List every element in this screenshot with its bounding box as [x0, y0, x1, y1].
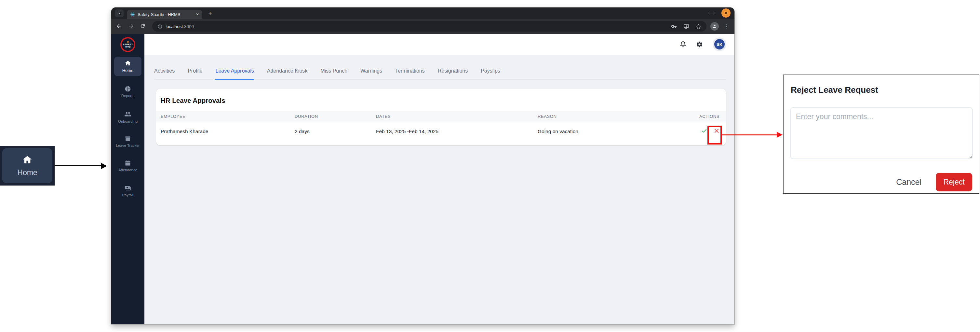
leave-approvals-card: HR Leave Approvals EMPLOYEE DURATION DAT…: [156, 89, 726, 145]
leave-approvals-table: EMPLOYEE DURATION DATES REASON ACTIONS P…: [156, 111, 726, 141]
bell-icon[interactable]: [680, 41, 686, 48]
cell-employee: Prathamesh Kharade: [156, 122, 295, 141]
sidebar-item-leave-tracker[interactable]: Leave Tracker: [111, 136, 145, 147]
browser-toolbar: localhost:3000 ⋮: [111, 19, 735, 34]
password-key-icon[interactable]: [671, 24, 677, 29]
react-favicon-icon: [130, 12, 135, 17]
sidebar-item-label: Reports: [121, 94, 134, 97]
callout-arrow-head: [101, 163, 107, 169]
tab-warnings[interactable]: Warnings: [360, 68, 382, 80]
tab-search-chevron-button[interactable]: [115, 10, 124, 17]
window-minimize-button[interactable]: [709, 13, 714, 13]
window-close-button[interactable]: ✕: [721, 8, 730, 18]
table-row: Prathamesh Kharade 2 days Feb 13, 2025 -…: [156, 122, 726, 141]
column-header-reason: REASON: [538, 111, 690, 122]
tab-terminations[interactable]: Terminations: [395, 68, 425, 80]
site-info-icon[interactable]: [158, 24, 162, 29]
gear-icon[interactable]: [696, 41, 703, 48]
browser-tab[interactable]: Safety Saarthi - HRMS ✕: [127, 10, 202, 19]
sidebar-item-reports[interactable]: Reports: [111, 86, 145, 97]
main-area: SK Activities Profile Leave Approvals At…: [145, 34, 735, 324]
sidebar-item-payroll[interactable]: Payroll: [111, 185, 145, 197]
home-callout: Home: [0, 146, 55, 185]
browser-menu-kebab-icon[interactable]: ⋮: [724, 22, 729, 30]
reject-leave-dialog: Reject Leave Request Cancel Reject: [783, 75, 979, 194]
logo-text-line2: सारथी: [125, 46, 130, 49]
sidebar-item-home[interactable]: Home: [114, 57, 142, 76]
tab-payslips[interactable]: Payslips: [481, 68, 500, 80]
url-bar[interactable]: localhost:3000: [152, 21, 706, 32]
annotation-highlight-box: [708, 126, 722, 145]
app-header: SK: [145, 34, 735, 55]
tab-title: Safety Saarthi - HRMS: [138, 12, 193, 17]
home-callout-label: Home: [17, 168, 37, 177]
app-root: SAFETY सारथी Home Reports Onboarding: [111, 34, 735, 324]
sidebar: SAFETY सारथी Home Reports Onboarding: [111, 34, 145, 324]
browser-profile-button[interactable]: [710, 22, 719, 30]
sidebar-item-label: Leave Tracker: [116, 144, 140, 147]
column-header-dates: DATES: [376, 111, 538, 122]
forward-icon[interactable]: [128, 23, 134, 29]
callout-arrow-line: [55, 165, 102, 166]
avatar[interactable]: SK: [713, 37, 726, 51]
comments-textarea[interactable]: [790, 107, 973, 159]
column-header-actions: ACTIONS: [690, 111, 726, 122]
browser-window: Safety Saarthi - HRMS ✕ + ✕ localhost:30…: [111, 8, 735, 324]
table-header-row: EMPLOYEE DURATION DATES REASON ACTIONS: [156, 111, 726, 122]
safety-saarthi-logo: SAFETY सारथी: [120, 37, 135, 52]
tab-profile[interactable]: Profile: [188, 68, 202, 80]
bookmark-star-icon[interactable]: [696, 24, 701, 29]
calendar-icon: [124, 160, 131, 166]
chevron-down-icon: [118, 11, 121, 15]
tab-attendance-kiosk[interactable]: Attendance Kiosk: [267, 68, 308, 80]
new-tab-button[interactable]: +: [206, 10, 214, 17]
tab-close-icon[interactable]: ✕: [196, 12, 199, 16]
sidebar-item-onboarding[interactable]: Onboarding: [111, 111, 145, 123]
avatar-initials: SK: [714, 39, 725, 49]
annotation-arrow-line: [722, 134, 777, 136]
annotation-arrow-head: [777, 132, 783, 138]
cell-reason: Going on vacation: [538, 122, 690, 141]
archive-box-icon: [124, 136, 131, 142]
back-icon[interactable]: [116, 23, 122, 29]
home-callout-box: Home: [2, 148, 52, 183]
page-title: HR Leave Approvals: [156, 89, 726, 111]
tab-leave-approvals[interactable]: Leave Approvals: [215, 68, 254, 80]
tab-miss-punch[interactable]: Miss Punch: [320, 68, 347, 80]
sidebar-item-label: Payroll: [122, 193, 134, 197]
tab-resignations[interactable]: Resignations: [438, 68, 468, 80]
reload-icon[interactable]: [140, 23, 146, 29]
cancel-button[interactable]: Cancel: [896, 177, 921, 187]
dialog-title: Reject Leave Request: [791, 85, 878, 95]
cell-dates: Feb 13, 2025 -Feb 14, 2025: [376, 122, 538, 141]
sidebar-item-label: Attendance: [118, 168, 137, 172]
people-icon: [124, 111, 131, 118]
sidebar-item-label: Home: [122, 68, 134, 73]
tab-activities[interactable]: Activities: [154, 68, 175, 80]
install-app-icon[interactable]: [683, 24, 689, 29]
column-header-employee: EMPLOYEE: [156, 111, 295, 122]
approve-check-icon[interactable]: [701, 128, 707, 134]
sidebar-item-label: Onboarding: [118, 120, 138, 123]
cash-icon: [124, 185, 131, 192]
browser-tabstrip: Safety Saarthi - HRMS ✕ + ✕: [111, 8, 735, 19]
pie-chart-icon: [124, 86, 131, 92]
sidebar-item-attendance[interactable]: Attendance: [111, 160, 145, 172]
reject-button[interactable]: Reject: [936, 173, 972, 192]
cell-duration: 2 days: [295, 122, 376, 141]
home-icon: [22, 155, 32, 165]
home-icon: [124, 60, 131, 66]
dialog-footer: Cancel Reject: [896, 173, 972, 192]
url-text: localhost:3000: [165, 24, 194, 29]
page-tabs: Activities Profile Leave Approvals Atten…: [154, 68, 726, 80]
column-header-duration: DURATION: [295, 111, 376, 122]
person-icon: [712, 24, 717, 29]
